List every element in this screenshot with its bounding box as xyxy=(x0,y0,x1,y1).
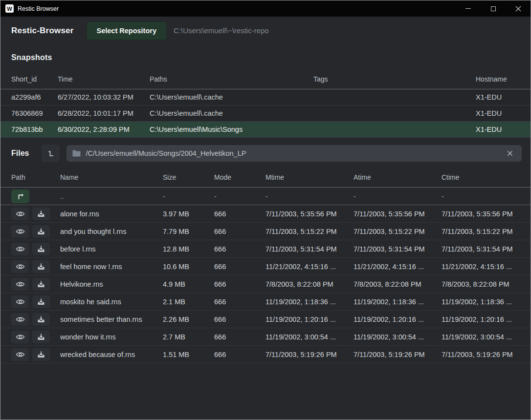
download-file-button[interactable] xyxy=(32,295,50,308)
file-size: 2.7 MB xyxy=(163,333,214,341)
download-file-button[interactable] xyxy=(32,243,50,255)
file-row[interactable]: wrecked because of.rns 1.51 MB 666 7/11/… xyxy=(0,346,531,363)
maximize-icon xyxy=(491,6,496,11)
preview-file-button[interactable] xyxy=(11,260,29,273)
file-name: .. xyxy=(60,192,163,200)
close-button[interactable] xyxy=(506,0,531,17)
snapshot-row[interactable]: a2299af6 6/27/2022, 10:03:32 PM C:\Users… xyxy=(0,89,531,105)
file-size: 4.9 MB xyxy=(163,280,214,288)
file-atime: 7/11/2003, 5:31:54 PM xyxy=(354,245,442,253)
snapshot-hostname: X1-EDU xyxy=(476,109,531,117)
current-path-field[interactable]: /C/Users/emuell/Music/Songs/2004_Helveti… xyxy=(66,145,522,162)
file-atime: 11/21/2002, 4:15:16 ... xyxy=(354,263,442,271)
download-icon xyxy=(37,263,45,271)
preview-file-button[interactable] xyxy=(11,243,29,255)
preview-file-button[interactable] xyxy=(11,348,29,361)
snapshot-paths: C:\Users\emuell\.cache xyxy=(150,93,313,101)
file-ctime: 7/11/2003, 5:19:26 PM xyxy=(442,351,531,358)
file-mtime: 7/8/2003, 8:22:08 PM xyxy=(266,280,354,288)
column-header-name: Name xyxy=(60,173,163,181)
files-table-header: Path Name Size Mode Mtime Atime Ctime xyxy=(0,167,531,188)
file-mode: 666 xyxy=(214,298,266,306)
clear-path-button[interactable] xyxy=(504,147,516,159)
file-name: before l.rns xyxy=(60,245,163,253)
select-repository-button[interactable]: Select Repository xyxy=(87,21,167,40)
file-mode: 666 xyxy=(214,351,266,358)
current-path-text: /C/Users/emuell/Music/Songs/2004_Helveti… xyxy=(86,149,246,157)
file-ctime: 11/19/2002, 1:18:36 ... xyxy=(442,298,531,306)
column-header-short-id: Short_id xyxy=(11,75,58,83)
file-row[interactable]: moskito he said.rns 2.1 MB 666 11/19/200… xyxy=(0,293,531,311)
file-mode: 666 xyxy=(214,245,266,253)
download-icon xyxy=(37,245,45,253)
file-mtime: 11/19/2002, 1:18:36 ... xyxy=(266,298,354,306)
download-file-button[interactable] xyxy=(32,225,50,238)
eye-icon xyxy=(16,298,25,305)
up-directory-icon xyxy=(17,192,24,200)
minimize-button[interactable] xyxy=(456,0,481,17)
file-row[interactable]: sometimes better than.rns 2.26 MB 666 11… xyxy=(0,311,531,328)
file-atime: 11/19/2002, 3:00:54 ... xyxy=(354,333,442,341)
window-controls xyxy=(456,0,531,17)
download-file-button[interactable] xyxy=(32,331,50,343)
file-atime: 7/11/2003, 5:19:26 PM xyxy=(354,351,442,358)
snapshot-short-id: 72b813bb xyxy=(11,126,58,133)
app-icon: W xyxy=(5,4,14,13)
file-row[interactable]: feel home now !.rns 10.6 MB 666 11/21/20… xyxy=(0,258,531,275)
file-row[interactable]: alone for.rns 3.97 MB 666 7/11/2003, 5:3… xyxy=(0,205,531,223)
file-row[interactable]: wonder how it.rns 2.7 MB 666 11/19/2002,… xyxy=(0,328,531,346)
maximize-button[interactable] xyxy=(481,0,506,17)
file-size: 7.79 MB xyxy=(163,228,214,235)
eye-icon xyxy=(16,263,25,270)
file-ctime: 7/11/2003, 5:35:56 PM xyxy=(442,210,531,218)
column-header-atime: Atime xyxy=(354,173,442,181)
preview-file-button[interactable] xyxy=(11,278,29,291)
file-size: - xyxy=(163,192,214,200)
file-name: Helvikone.rns xyxy=(60,280,163,288)
go-up-button[interactable] xyxy=(11,189,29,203)
preview-file-button[interactable] xyxy=(11,331,29,343)
file-mtime: 7/11/2003, 5:31:54 PM xyxy=(266,245,354,253)
snapshot-row[interactable]: 72b813bb 6/30/2022, 2:28:09 PM C:\Users\… xyxy=(0,122,531,138)
files-table: Path Name Size Mode Mtime Atime Ctime ..… xyxy=(0,167,531,363)
file-row[interactable]: Helvikone.rns 4.9 MB 666 7/8/2003, 8:22:… xyxy=(0,275,531,293)
download-icon xyxy=(37,228,45,235)
file-mtime: 11/19/2002, 1:20:16 ... xyxy=(266,315,354,323)
download-icon xyxy=(37,315,45,323)
download-file-button[interactable] xyxy=(32,313,50,326)
file-ctime: 7/11/2003, 5:31:54 PM xyxy=(442,245,531,253)
download-file-button[interactable] xyxy=(32,348,50,361)
download-file-button[interactable] xyxy=(32,278,50,291)
file-row[interactable]: before l.rns 12.8 MB 666 7/11/2003, 5:31… xyxy=(0,240,531,258)
column-header-time: Time xyxy=(58,75,150,83)
snapshot-row[interactable]: 76306869 6/28/2022, 10:01:17 PM C:\Users… xyxy=(0,105,531,122)
minimize-icon xyxy=(465,8,471,9)
snapshot-time: 6/28/2022, 10:01:17 PM xyxy=(58,109,150,117)
eye-icon xyxy=(16,316,25,323)
file-mode: 666 xyxy=(214,333,266,341)
file-ctime: 11/19/2002, 3:00:54 ... xyxy=(442,333,531,341)
preview-file-button[interactable] xyxy=(11,208,29,220)
app-window: W Restic Browser Restic-Browser Select R… xyxy=(0,0,531,420)
column-header-ctime: Ctime xyxy=(442,173,531,181)
file-row[interactable]: and you thought l.rns 7.79 MB 666 7/11/2… xyxy=(0,223,531,240)
repo-header: Restic-Browser Select Repository C:\User… xyxy=(0,17,531,44)
file-mtime: 11/19/2002, 3:00:54 ... xyxy=(266,333,354,341)
download-file-button[interactable] xyxy=(32,208,50,220)
snapshot-paths: C:\Users\emuell\Music\Songs xyxy=(150,126,313,133)
files-bar: Files /C/Users/emuell/Music/Songs/2004_H… xyxy=(0,144,531,163)
download-file-button[interactable] xyxy=(32,260,50,273)
window-title: Restic Browser xyxy=(18,5,59,12)
file-mtime: - xyxy=(266,192,354,200)
eye-icon xyxy=(16,210,25,217)
goto-root-button[interactable] xyxy=(42,145,60,162)
file-name: moskito he said.rns xyxy=(60,298,163,306)
parent-directory-row: .. - - - - - xyxy=(0,188,531,205)
preview-file-button[interactable] xyxy=(11,295,29,308)
snapshots-table: Short_id Time Paths Tags Hostname a2299a… xyxy=(0,69,531,138)
snapshot-short-id: 76306869 xyxy=(11,109,58,117)
file-atime: 7/11/2003, 5:15:22 PM xyxy=(354,228,442,235)
preview-file-button[interactable] xyxy=(11,313,29,326)
close-icon xyxy=(515,6,521,12)
preview-file-button[interactable] xyxy=(11,225,29,238)
